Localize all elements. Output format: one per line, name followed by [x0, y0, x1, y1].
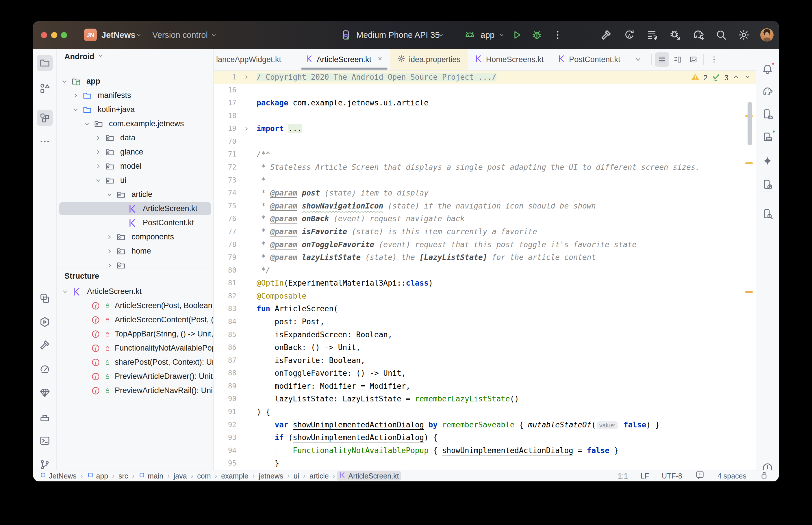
code-line-80[interactable]: 80 */ — [214, 264, 756, 277]
code-line-88[interactable]: 88 onToggleFavorite: () -> Unit, — [214, 367, 756, 380]
indent-setting[interactable]: 4 spaces — [718, 472, 747, 480]
chevron-down-icon[interactable] — [59, 78, 70, 85]
code-line-85[interactable]: 85 isExpandedScreen: Boolean, — [214, 328, 756, 341]
app-inspection-icon[interactable] — [759, 206, 776, 222]
line-number[interactable]: 88 — [214, 367, 236, 380]
chevron-down-icon[interactable] — [82, 120, 92, 127]
profiler-icon[interactable] — [37, 361, 53, 377]
tree-item-com.example.jetnews[interactable]: com.example.jetnews — [57, 117, 213, 131]
tab-PostContent.kt[interactable]: PostContent.kt — [550, 49, 627, 70]
chevron-right-icon[interactable] — [104, 261, 115, 269]
code-editor[interactable]: 1/ Copyright 2020 The Android Open Sourc… — [214, 71, 756, 470]
chevron-right-icon[interactable] — [104, 233, 115, 241]
code-line-91[interactable]: 91) { — [214, 405, 756, 418]
line-number[interactable]: 79 — [214, 251, 236, 264]
fold-indicator[interactable] — [236, 431, 256, 444]
fold-indicator[interactable] — [236, 161, 256, 174]
structure-item[interactable]: fArticleScreenContent(Post, () — [57, 313, 213, 327]
code-line-18[interactable]: 18 — [214, 109, 756, 122]
chevron-down-icon[interactable] — [71, 106, 81, 114]
code-line-72[interactable]: 72 * Stateless Article Screen that displ… — [214, 161, 756, 174]
gradle-icon[interactable] — [759, 84, 776, 100]
device-manager-icon[interactable] — [759, 129, 776, 145]
breadcrumb-JetNews[interactable]: JetNews — [37, 471, 79, 481]
breadcrumb-src[interactable]: src — [116, 471, 130, 481]
settings-button[interactable] — [738, 21, 750, 49]
file-encoding[interactable]: UTF-8 — [662, 472, 682, 480]
fold-indicator[interactable] — [236, 84, 256, 97]
chevron-down-icon[interactable] — [93, 177, 103, 184]
line-number[interactable]: 72 — [214, 161, 236, 174]
code-line-82[interactable]: 82@Composable — [214, 290, 756, 303]
code-line-94[interactable]: 94 FunctionalityNotAvailablePopup { show… — [214, 444, 756, 457]
line-number[interactable]: 75 — [214, 199, 236, 212]
line-number[interactable]: 76 — [214, 212, 236, 225]
tree-item-partial[interactable] — [57, 258, 213, 269]
structure-root[interactable]: ArticleScreen.kt — [57, 284, 213, 299]
minimize-window-button[interactable] — [51, 32, 57, 38]
structure-item[interactable]: fArticleScreen(Post, Boolean, — [57, 299, 213, 313]
chevron-right-icon[interactable] — [104, 247, 115, 255]
fold-indicator[interactable] — [236, 212, 256, 225]
device-selector[interactable]: Medium Phone API 35 — [356, 21, 440, 49]
code-line-81[interactable]: 81@OptIn(ExperimentalMaterial3Api::class… — [214, 277, 756, 290]
fold-indicator[interactable] — [236, 238, 256, 251]
device-mirroring-icon[interactable] — [759, 177, 776, 193]
run-button[interactable] — [511, 21, 523, 49]
line-number[interactable]: 87 — [214, 354, 236, 367]
tree-item-ui[interactable]: ui — [57, 173, 213, 188]
chevron-down-icon[interactable] — [104, 191, 115, 198]
project-folder-icon[interactable] — [37, 55, 53, 71]
breadcrumb-java[interactable]: java — [171, 471, 189, 481]
chevron-right-icon[interactable] — [71, 92, 81, 99]
structure-item[interactable]: fPreviewArticleDrawer(): Unit — [57, 369, 213, 384]
line-ending[interactable]: LF — [641, 472, 649, 480]
bookmarks-icon[interactable] — [37, 290, 53, 306]
tree-item-PostContent.kt[interactable]: PostContent.kt — [57, 216, 213, 230]
code-line-16[interactable]: 16 — [214, 84, 756, 97]
breadcrumb-ArticleScreen.kt[interactable]: ArticleScreen.kt — [337, 471, 401, 481]
split-view-button[interactable] — [670, 52, 685, 67]
running-devices-icon[interactable] — [759, 106, 776, 122]
vcs-menu[interactable]: Version control — [152, 21, 208, 49]
fold-indicator[interactable] — [236, 328, 256, 341]
tree-item-manifests[interactable]: manifests — [57, 88, 213, 103]
fold-indicator[interactable] — [236, 444, 256, 457]
more-actions-button[interactable] — [552, 21, 563, 49]
tree-item-glance[interactable]: glance — [57, 145, 213, 159]
terminal-icon[interactable] — [37, 433, 53, 449]
fold-indicator[interactable] — [236, 380, 256, 393]
line-number[interactable]: 16 — [214, 84, 236, 97]
line-number[interactable]: 90 — [214, 392, 236, 405]
breadcrumb-app[interactable]: app — [85, 471, 111, 481]
tree-item-kotlin+java[interactable]: kotlin+java — [57, 103, 213, 117]
line-number[interactable]: 95 — [214, 457, 236, 470]
line-number[interactable]: 73 — [214, 174, 236, 187]
fold-indicator[interactable] — [236, 277, 256, 290]
fold-indicator[interactable] — [236, 341, 256, 354]
zoom-window-button[interactable] — [61, 32, 67, 38]
fold-indicator[interactable] — [236, 251, 256, 264]
tree-item-app[interactable]: app — [57, 74, 213, 88]
code-line-1[interactable]: 1/ Copyright 2020 The Android Open Sourc… — [214, 71, 756, 84]
breadcrumb-example[interactable]: example — [219, 471, 251, 481]
breadcrumb-jetnews[interactable]: jetnews — [256, 471, 285, 481]
tree-item-components[interactable]: components — [57, 230, 213, 244]
line-number[interactable]: 1 — [214, 71, 236, 84]
line-number[interactable]: 82 — [214, 290, 236, 303]
line-number[interactable]: 81 — [214, 277, 236, 290]
inspections-status-icon[interactable] — [695, 470, 705, 481]
lines-view-button[interactable] — [655, 52, 669, 67]
tab-ArticleScreen.kt[interactable]: ArticleScreen.kt — [298, 49, 390, 70]
code-line-92[interactable]: 92 var showUnimplementedActionDialog by … — [214, 418, 756, 432]
line-number[interactable]: 77 — [214, 225, 236, 238]
structure-item[interactable]: fFunctionalityNotAvailablePop — [57, 341, 213, 355]
fold-indicator[interactable] — [236, 290, 256, 303]
fold-indicator[interactable] — [236, 71, 256, 84]
fold-indicator[interactable] — [236, 109, 256, 122]
code-line-84[interactable]: 84 post: Post, — [214, 315, 756, 328]
fold-indicator[interactable] — [236, 392, 256, 405]
fold-indicator[interactable] — [236, 302, 256, 315]
fold-indicator[interactable] — [236, 225, 256, 238]
search-everywhere-button[interactable] — [715, 21, 727, 49]
